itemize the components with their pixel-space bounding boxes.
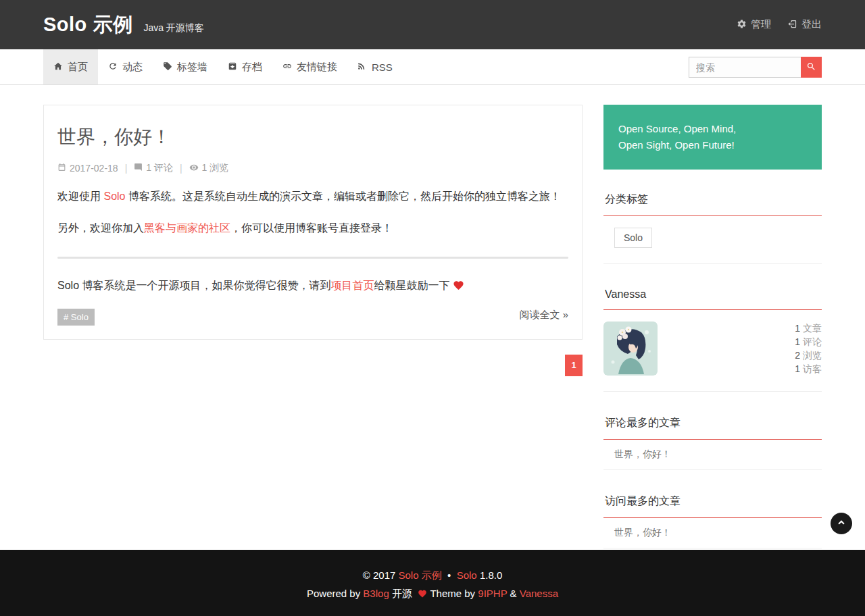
nav-item-label: 首页: [68, 61, 88, 74]
post-paragraph-3: Solo 博客系统是一个开源项目，如果你觉得它很赞，请到项目首页给颗星鼓励一下: [57, 277, 568, 294]
nav-item-home[interactable]: 首页: [43, 49, 98, 84]
nav-item-rss[interactable]: RSS: [347, 49, 403, 84]
nav-item-label: 友情链接: [297, 61, 337, 74]
community-link[interactable]: 黑客与画家的社区: [144, 222, 230, 234]
project-home-link[interactable]: 项目首页: [330, 280, 374, 291]
category-tag-solo[interactable]: Solo: [614, 228, 652, 248]
nav-item-label: 标签墙: [177, 61, 207, 74]
nav-item-archive[interactable]: 存档: [218, 49, 272, 84]
widget-most-comments: 评论最多的文章 世界，你好！: [603, 410, 822, 470]
search-input[interactable]: [689, 57, 801, 78]
categories-title: 分类标签: [603, 186, 822, 216]
brand[interactable]: Solo 示例 Java 开源博客: [43, 11, 204, 38]
post-body: 欢迎使用 Solo 博客系统。这是系统自动生成的演示文章，编辑或者删除它，然后开…: [57, 188, 568, 294]
footer-version: 1.8.0: [480, 569, 502, 581]
author-stats: 1 文章 1 评论 2 浏览 1 访客: [795, 322, 822, 376]
stat-label: 评论: [803, 336, 822, 347]
nav-item-label: 动态: [122, 61, 143, 74]
stat-count: 1: [795, 323, 800, 334]
site-footer: © 2017 Solo 示例 • Solo 1.8.0 Powered by B…: [0, 550, 865, 616]
nav-item-dynamics[interactable]: 动态: [98, 49, 153, 84]
stat-count: 2: [795, 350, 800, 361]
site-subtitle: Java 开源博客: [143, 22, 203, 34]
nav-item-label: 存档: [242, 61, 262, 74]
stat-label: 浏览: [803, 350, 822, 361]
paragraph-text: Solo 博客系统是一个开源项目，如果你觉得它很赞，请到: [57, 280, 330, 291]
post-paragraph-2: 另外，欢迎你加入黑客与画家的社区，你可以使用博客账号直接登录！: [57, 220, 568, 237]
footer-line-1: © 2017 Solo 示例 • Solo 1.8.0: [0, 568, 865, 582]
nav-item-tags[interactable]: 标签墙: [153, 49, 218, 84]
page-number-1[interactable]: 1: [565, 355, 583, 376]
paragraph-text: 给颗星鼓励一下: [374, 280, 452, 291]
widget-most-views: 访问最多的文章 世界，你好！: [603, 488, 822, 548]
paragraph-text: 另外，欢迎你加入: [57, 222, 144, 234]
read-more-link[interactable]: 阅读全文 »: [519, 309, 568, 322]
content: 世界，你好！ 2017-02-18 | 1 评论 | 1 浏览: [0, 85, 865, 550]
footer-9iphp-link[interactable]: 9IPHP: [478, 588, 507, 599]
copyright-text: © 2017: [363, 569, 396, 581]
comment-icon: [134, 163, 143, 174]
stat-count: 1: [795, 336, 800, 347]
post-card: 世界，你好！ 2017-02-18 | 1 评论 | 1 浏览: [43, 105, 583, 340]
meta-separator: |: [125, 163, 128, 174]
opensource-text: 开源: [392, 588, 412, 599]
stat-views: 2 浏览: [795, 349, 822, 362]
calendar-icon: [57, 163, 66, 174]
sidebar: Open Source, Open Mind, Open Sight, Open…: [603, 105, 822, 550]
site-title[interactable]: Solo 示例: [43, 11, 132, 38]
ampersand-text: &: [510, 588, 517, 599]
post-views-text: 1 浏览: [202, 162, 229, 174]
stat-label: 访客: [803, 363, 822, 374]
paragraph-text: 博客系统。这是系统自动生成的演示文章，编辑或者删除它，然后开始你的独立博客之旅！: [125, 190, 560, 202]
paragraph-text: ，你可以使用博客账号直接登录！: [230, 222, 393, 234]
divider: [57, 257, 568, 259]
logout-link[interactable]: 登出: [787, 18, 822, 31]
post-meta: 2017-02-18 | 1 评论 | 1 浏览: [57, 162, 568, 174]
most-views-item[interactable]: 世界，你好！: [603, 518, 822, 548]
stat-count: 1: [795, 363, 800, 374]
rss-icon: [357, 61, 367, 73]
scroll-top-button[interactable]: [831, 513, 852, 534]
main-nav: 首页 动态 标签墙 存档 友情链接 RSS: [0, 49, 865, 85]
pagination: 1: [43, 355, 583, 376]
solo-link[interactable]: Solo: [103, 190, 125, 202]
stat-label: 文章: [803, 323, 822, 334]
heart-icon: [453, 280, 464, 291]
admin-link[interactable]: 管理: [737, 18, 771, 31]
heart-icon-footer: [418, 588, 427, 599]
post-date-text: 2017-02-18: [70, 163, 118, 174]
search-button[interactable]: [801, 57, 822, 78]
most-comments-item[interactable]: 世界，你好！: [603, 440, 822, 470]
search-box: [689, 57, 822, 78]
footer-site-link[interactable]: Solo 示例: [399, 569, 442, 581]
post-date: 2017-02-18: [57, 163, 118, 174]
post-tag-chip[interactable]: # Solo: [57, 309, 95, 326]
stat-visitors: 1 访客: [795, 362, 822, 376]
admin-label: 管理: [751, 18, 771, 31]
most-comments-list: 世界，你好！: [603, 440, 822, 470]
stat-articles: 1 文章: [795, 322, 822, 335]
link-icon: [282, 61, 292, 73]
post-comments-text: 1 评论: [146, 162, 173, 174]
main-column: 世界，你好！ 2017-02-18 | 1 评论 | 1 浏览: [43, 105, 583, 550]
post-paragraph-1: 欢迎使用 Solo 博客系统。这是系统自动生成的演示文章，编辑或者删除它，然后开…: [57, 188, 568, 205]
theme-by-text: Theme by: [430, 588, 475, 599]
post-title[interactable]: 世界，你好！: [57, 124, 568, 150]
footer-b3log-link[interactable]: B3log: [363, 588, 389, 599]
most-views-list: 世界，你好！: [603, 518, 822, 548]
avatar[interactable]: [603, 322, 658, 376]
widget-author: Vanessa: [603, 282, 822, 392]
powered-by-text: Powered by: [307, 588, 360, 599]
footer-vanessa-link[interactable]: Vanessa: [520, 588, 558, 599]
post-footer: # Solo 阅读全文 »: [57, 309, 568, 326]
most-views-title: 访问最多的文章: [603, 488, 822, 518]
post-comments[interactable]: 1 评论: [134, 162, 173, 174]
author-body: 1 文章 1 评论 2 浏览 1 访客: [603, 310, 822, 392]
archive-icon: [228, 61, 237, 73]
logout-label: 登出: [801, 18, 822, 31]
footer-solo-link[interactable]: Solo: [457, 569, 477, 581]
nav-item-label: RSS: [372, 61, 393, 73]
search-icon: [806, 61, 816, 74]
refresh-icon: [108, 61, 118, 73]
nav-item-links[interactable]: 友情链接: [272, 49, 347, 84]
